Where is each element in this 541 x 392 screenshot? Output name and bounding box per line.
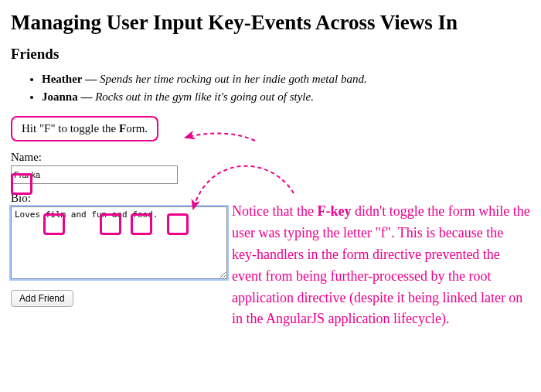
- add-friend-button[interactable]: Add Friend: [11, 290, 73, 307]
- separator: —: [80, 90, 95, 103]
- friend-desc: Rocks out in the gym like it's going out…: [95, 90, 314, 103]
- section-heading: Friends: [11, 46, 530, 63]
- friend-name: Heather: [42, 73, 82, 85]
- tip-callout: Hit "F" to toggle the Form.: [11, 116, 158, 141]
- page-root: Managing User Input Key-Events Across Vi…: [0, 0, 541, 392]
- arrow-to-tip-icon: [185, 134, 255, 141]
- page-title: Managing User Input Key-Events Across Vi…: [11, 11, 530, 35]
- annotation-note: Notice that the F-key didn't toggle the …: [232, 201, 530, 330]
- friends-list: Heather — Spends her time rocking out in…: [11, 70, 530, 105]
- friend-desc: Spends her time rocking out in her indie…: [100, 73, 367, 85]
- separator: —: [85, 73, 100, 85]
- list-item: Joanna — Rocks out in the gym like it's …: [42, 88, 530, 106]
- name-input[interactable]: [11, 165, 178, 184]
- annotation-pre: Notice that the: [232, 203, 317, 219]
- list-item: Heather — Spends her time rocking out in…: [42, 70, 530, 88]
- tip-text-prefix: Hit "F" to toggle the: [22, 122, 119, 135]
- friend-name: Joanna: [42, 90, 78, 103]
- bio-textarea[interactable]: [11, 206, 227, 279]
- tip-text-suffix: orm.: [126, 122, 148, 135]
- tip-hotkey: F: [119, 122, 126, 135]
- annotation-post: didn't toggle the form while the user wa…: [232, 203, 530, 326]
- name-field-row: Name:: [11, 151, 530, 184]
- annotation-keyname: F-key: [317, 203, 351, 219]
- name-label: Name:: [11, 151, 530, 164]
